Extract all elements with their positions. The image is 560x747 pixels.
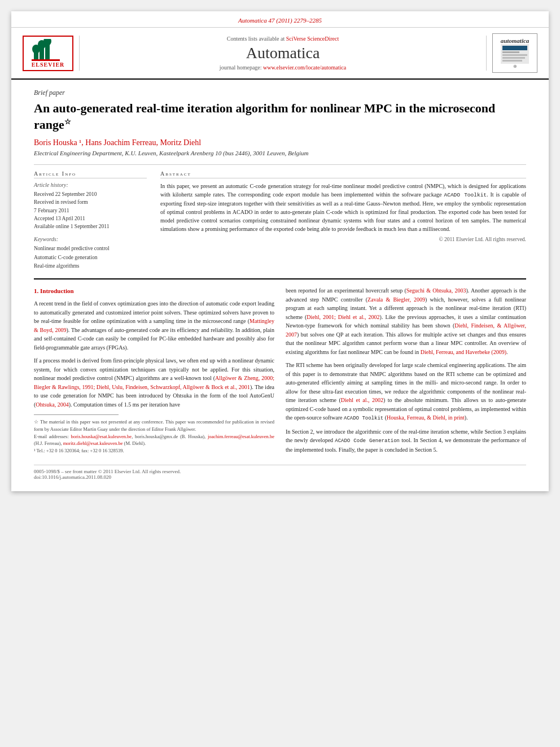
homepage-link[interactable]: www.elsevier.com/locate/automatica: [263, 64, 346, 71]
article-info: Article Info Article history: Received 2…: [34, 171, 147, 270]
elsevier-logo: ELSEVIER: [23, 36, 73, 71]
abstract-text: In this paper, we present an automatic C…: [160, 182, 526, 233]
authors: Boris Houska ¹, Hans Joachim Ferreau, Mo…: [34, 138, 526, 147]
paper-title: An auto-generated real-time iteration al…: [34, 101, 526, 133]
svg-rect-12: [502, 60, 522, 62]
automatica-logo-right: automatica ⊕: [492, 33, 537, 73]
automatica-cover-icon: [501, 44, 529, 64]
revised-label: Received in revised form: [34, 198, 147, 206]
available-date: Available online 1 September 2011: [34, 222, 147, 230]
keyword-1: Nonlinear model predictive control: [34, 244, 147, 253]
svg-rect-8: [502, 46, 527, 50]
svg-rect-6: [32, 59, 60, 61]
abstract-label: Abstract: [160, 171, 526, 178]
right-para4: The RTI scheme has been originally devel…: [286, 361, 526, 423]
divider: [34, 164, 526, 165]
keyword-3: Real-time algorithms: [34, 262, 147, 270]
elsevier-tree-icon: [31, 39, 65, 62]
page: Automatica 47 (2011) 2279–2285 ELSEVIER: [11, 11, 549, 491]
footnote-emails: E-mail addresses: boris.houska@esat.kule…: [34, 433, 274, 448]
copyright-bottom: 0005-1098/$ – see front matter © 2011 El…: [34, 465, 526, 480]
svg-rect-11: [502, 57, 525, 59]
right-column: been reported for an experimental hoverc…: [286, 286, 526, 459]
sciverse-link[interactable]: SciVerse ScienceDirect: [286, 36, 339, 42]
abstract-copyright: © 2011 Elsevier Ltd. All rights reserved…: [160, 237, 526, 242]
footnote-star: ☆ The material in this paper was not pre…: [34, 418, 274, 433]
article-abstract-section: Article Info Article history: Received 2…: [34, 171, 526, 270]
svg-rect-9: [502, 51, 519, 53]
header-section: ELSEVIER Contents lists available at Sci…: [11, 28, 549, 80]
right-para5: In Section 2, we introduce the algorithm…: [286, 427, 526, 455]
keywords-label: Keywords:: [34, 236, 147, 242]
received-date: Received 22 September 2010: [34, 190, 147, 198]
svg-rect-10: [502, 54, 527, 56]
content: Brief paper An auto-generated real-time …: [11, 80, 549, 491]
left-column: 1. Introduction A recent trend in the fi…: [34, 286, 274, 459]
body-divider: [34, 278, 526, 279]
right-para3: been reported for an experimental hoverc…: [286, 286, 526, 356]
journal-ref: Automatica 47 (2011) 2279–2285: [238, 17, 322, 24]
article-info-label: Article Info: [34, 171, 147, 178]
intro-para2: If a process model is derived from first…: [34, 356, 274, 409]
journal-title: Automatica: [91, 44, 475, 62]
footnote-divider: [34, 414, 119, 415]
revised-date: 7 February 2011: [34, 207, 147, 215]
sciverse-line: Contents lists available at SciVerse Sci…: [91, 36, 475, 42]
header-middle: Contents lists available at SciVerse Sci…: [79, 36, 487, 71]
accepted-date: Accepted 13 April 2011: [34, 215, 147, 222]
top-bar: Automatica 47 (2011) 2279–2285: [11, 11, 549, 28]
abstract-section: Abstract In this paper, we present an au…: [160, 171, 526, 270]
intro-para1: A recent trend in the field of convex op…: [34, 299, 274, 352]
history-label: Article history:: [34, 182, 147, 188]
title-star: ☆: [64, 117, 71, 125]
keyword-2: Automatic C-code generation: [34, 254, 147, 262]
intro-heading: 1. Introduction: [34, 286, 274, 296]
elsevier-text: ELSEVIER: [32, 62, 65, 68]
affiliation: Electrical Engineering Department, K.U. …: [34, 150, 526, 156]
keywords-section: Keywords: Nonlinear model predictive con…: [34, 236, 147, 270]
footnote-tel: ¹ Tel.: +32 0 16 320364; fax: +32 0 16 3…: [34, 447, 274, 455]
homepage-line: journal homepage: www.elsevier.com/locat…: [91, 64, 475, 71]
body-content: 1. Introduction A recent trend in the fi…: [34, 286, 526, 459]
brief-paper-label: Brief paper: [34, 89, 526, 97]
